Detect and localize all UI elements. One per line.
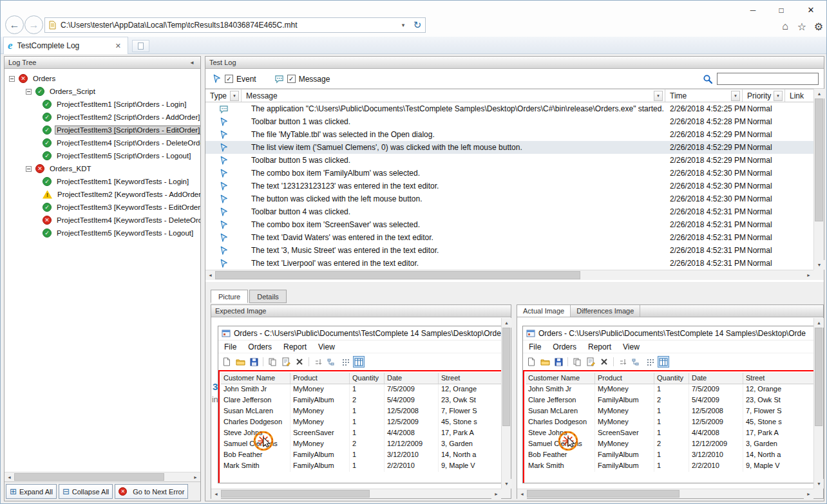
event-checkbox[interactable]: ✓ bbox=[225, 75, 233, 83]
tab-close-icon[interactable]: ✕ bbox=[113, 41, 124, 51]
column-dropdown-icon[interactable]: ▼ bbox=[731, 91, 740, 101]
column-header-type[interactable]: Type ▼ bbox=[205, 89, 242, 102]
scroll-thumb[interactable] bbox=[221, 490, 370, 498]
scroll-down-button[interactable]: ▼ bbox=[502, 479, 511, 489]
tree-item[interactable]: ✕ProjectTestItem4 [KeywordTests - Delete… bbox=[5, 214, 200, 227]
tree-expander-icon[interactable] bbox=[9, 76, 15, 82]
grid-cell: 4/4/2008 bbox=[689, 428, 743, 439]
scroll-down-button[interactable]: ▼ bbox=[814, 479, 824, 489]
column-header-priority[interactable]: Priority ▼ bbox=[743, 89, 785, 102]
scroll-left-button[interactable]: ◄ bbox=[517, 489, 527, 499]
collapse-panel-icon[interactable]: ◄ bbox=[187, 60, 196, 66]
image-horizontal-scrollbar[interactable]: ◄ ► bbox=[211, 489, 501, 498]
column-header-time[interactable]: Time ▼ bbox=[665, 89, 743, 102]
scroll-track[interactable] bbox=[502, 328, 511, 479]
tree-item[interactable]: ✓ProjectTestItem3 [Script\Orders - EditO… bbox=[5, 124, 200, 136]
search-input[interactable] bbox=[717, 73, 819, 85]
tab-picture[interactable]: Picture bbox=[211, 290, 248, 303]
log-row[interactable]: The text 'Liverpool' was entered in the … bbox=[205, 257, 813, 270]
image-vertical-scrollbar[interactable]: ▲ ▼ bbox=[501, 318, 511, 489]
address-url[interactable]: C:\Users\tester\AppData\Local\Temp\tcRes… bbox=[61, 21, 397, 30]
tree-item[interactable]: ✓ProjectTestItem3 [KeywordTests - EditOr… bbox=[5, 201, 200, 214]
column-dropdown-icon[interactable]: ▼ bbox=[774, 91, 783, 101]
tree-expander-icon[interactable] bbox=[26, 89, 32, 95]
log-row[interactable]: The text 'David Waters' was entered in t… bbox=[205, 231, 813, 244]
collapse-all-button[interactable]: ⊟ Collapse All bbox=[59, 484, 113, 499]
scroll-right-button[interactable]: ► bbox=[491, 489, 501, 499]
message-checkbox[interactable]: ✓ bbox=[287, 75, 296, 83]
tree-expander-icon[interactable] bbox=[26, 166, 32, 172]
log-row[interactable]: The combo box item 'FamilyAlbum' was sel… bbox=[205, 167, 813, 180]
log-row[interactable]: Toolbar button 1 was clicked.2/26/2018 4… bbox=[205, 115, 813, 128]
settings-icon[interactable]: ⚙ bbox=[811, 19, 826, 34]
tab-differences-image[interactable]: Differences Image bbox=[571, 305, 640, 317]
log-row[interactable]: Toolbar button 4 was clicked.2/26/2018 4… bbox=[205, 205, 813, 218]
scroll-track[interactable] bbox=[215, 270, 804, 280]
go-to-next-error-button[interactable]: ✕ Go to Next Error bbox=[115, 484, 188, 499]
column-dropdown-icon[interactable]: ▼ bbox=[654, 91, 663, 101]
home-icon[interactable]: ⌂ bbox=[777, 19, 793, 34]
scroll-right-button[interactable]: ► bbox=[191, 472, 200, 482]
tree-horizontal-scrollbar[interactable]: ◄ ► bbox=[5, 472, 200, 481]
image-vertical-scrollbar[interactable]: ▲ ▼ bbox=[813, 318, 823, 489]
scroll-thumb[interactable] bbox=[527, 490, 680, 498]
tree-item[interactable]: ✓ProjectTestItem1 [Script\Orders - Login… bbox=[5, 98, 200, 111]
scroll-right-button[interactable]: ► bbox=[804, 489, 813, 499]
scroll-up-button[interactable]: ▲ bbox=[814, 89, 824, 98]
scroll-thumb[interactable] bbox=[815, 98, 823, 221]
tab-actual-image[interactable]: Actual Image bbox=[517, 305, 571, 317]
tree-item[interactable]: ✕Orders_KDT bbox=[5, 162, 200, 175]
tab-details[interactable]: Details bbox=[249, 290, 287, 303]
scroll-track[interactable] bbox=[221, 489, 491, 498]
log-row[interactable]: The combo box item 'ScreenSaver' was sel… bbox=[205, 218, 813, 231]
log-row[interactable]: The application "C:\Users\Public\Documen… bbox=[205, 102, 813, 115]
scroll-track[interactable] bbox=[814, 328, 823, 479]
tree-item[interactable]: ✕Orders bbox=[5, 72, 200, 85]
address-dropdown-icon[interactable]: ▾ bbox=[397, 22, 410, 28]
back-button[interactable]: ← bbox=[5, 15, 24, 34]
log-horizontal-scrollbar[interactable]: ◄ ► bbox=[205, 270, 813, 280]
address-bar[interactable]: C:\Users\tester\AppData\Local\Temp\tcRes… bbox=[44, 17, 426, 33]
scroll-left-button[interactable]: ◄ bbox=[205, 270, 215, 280]
column-header-link[interactable]: Link bbox=[785, 89, 813, 102]
forward-button[interactable]: → bbox=[24, 15, 43, 34]
column-dropdown-icon[interactable]: ▼ bbox=[230, 91, 239, 101]
scroll-thumb[interactable] bbox=[815, 328, 822, 426]
scroll-track[interactable] bbox=[814, 98, 824, 260]
tree-item[interactable]: ✓Orders_Script bbox=[5, 85, 200, 98]
log-row[interactable]: The file 'MyTable.tbl' was selected in t… bbox=[205, 128, 813, 141]
log-row[interactable]: The text '3, Music Street' was entered i… bbox=[205, 244, 813, 257]
tree-item[interactable]: ✓ProjectTestItem5 [Script\Orders - Logou… bbox=[5, 149, 200, 162]
scroll-left-button[interactable]: ◄ bbox=[5, 472, 14, 482]
new-tab-button[interactable] bbox=[132, 40, 149, 52]
scroll-thumb[interactable] bbox=[215, 271, 580, 279]
log-row[interactable]: The list view item ('Samuel Clemens', 0)… bbox=[205, 141, 813, 154]
log-row[interactable]: The text '123123123123' was entered in t… bbox=[205, 180, 813, 192]
scroll-left-button[interactable]: ◄ bbox=[211, 489, 221, 499]
scroll-up-button[interactable]: ▲ bbox=[814, 318, 824, 328]
favorites-icon[interactable]: ☆ bbox=[794, 19, 810, 34]
image-horizontal-scrollbar[interactable]: ◄ ► bbox=[517, 489, 813, 498]
scroll-right-button[interactable]: ► bbox=[804, 270, 813, 280]
column-header-message[interactable]: Message ▼ bbox=[242, 89, 665, 102]
scroll-down-button[interactable]: ▼ bbox=[814, 260, 824, 270]
close-window-button[interactable]: ✕ bbox=[799, 3, 822, 17]
log-row[interactable]: Toolbar button 5 was clicked.2/26/2018 4… bbox=[205, 154, 813, 167]
expand-all-button[interactable]: ⊞ Expand All bbox=[6, 484, 57, 499]
tab-testcomplete-log[interactable]: e TestComplete Log ✕ bbox=[3, 37, 128, 54]
tree-item[interactable]: ✓ProjectTestItem5 [KeywordTests - Logout… bbox=[5, 227, 200, 239]
scroll-track[interactable] bbox=[14, 472, 191, 481]
scroll-thumb[interactable] bbox=[502, 328, 510, 426]
tree-item[interactable]: !ProjectTestItem2 [KeywordTests - AddOrd… bbox=[5, 188, 200, 201]
minimize-button[interactable]: ─ bbox=[743, 3, 763, 17]
scroll-thumb[interactable] bbox=[14, 473, 164, 481]
scroll-track[interactable] bbox=[527, 489, 804, 498]
scroll-up-button[interactable]: ▲ bbox=[502, 318, 511, 328]
tree-item[interactable]: ✓ProjectTestItem2 [Script\Orders - AddOr… bbox=[5, 111, 200, 124]
log-vertical-scrollbar[interactable]: ▲ ▼ bbox=[813, 89, 824, 270]
refresh-icon[interactable]: ↻ bbox=[410, 19, 425, 31]
tree-item[interactable]: ✓ProjectTestItem1 [KeywordTests - Login] bbox=[5, 175, 200, 188]
log-row[interactable]: The button was clicked with the left mou… bbox=[205, 192, 813, 205]
maximize-button[interactable]: □ bbox=[771, 3, 792, 17]
tree-item[interactable]: ✓ProjectTestItem4 [Script\Orders - Delet… bbox=[5, 136, 200, 149]
